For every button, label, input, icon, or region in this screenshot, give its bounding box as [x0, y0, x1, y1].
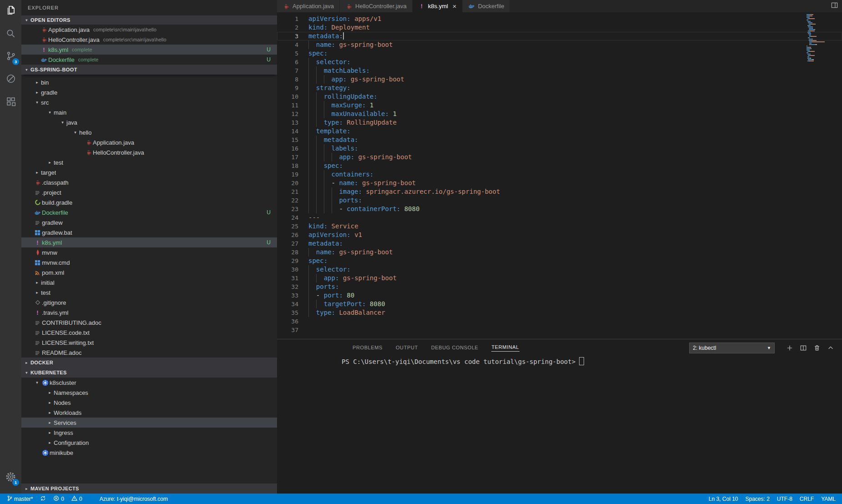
code-line-15[interactable]: 15metadata: — [277, 136, 842, 144]
tree-item-test[interactable]: ▸test — [21, 157, 277, 167]
code-line-30[interactable]: 30selector: — [277, 265, 842, 274]
open-editor-application.java[interactable]: Application.javacomplete\src\main\java\h… — [21, 25, 277, 35]
tab-hellocontroller.java[interactable]: HelloController.java — [340, 0, 413, 12]
tree-item-bin[interactable]: ▸bin — [21, 77, 277, 87]
panel-tab-terminal[interactable]: TERMINAL — [491, 343, 519, 352]
activity-search-button[interactable] — [0, 23, 21, 45]
open-editors-section-header[interactable]: ▾ OPEN EDITORS — [21, 15, 277, 25]
maximize-panel-button[interactable] — [824, 343, 837, 353]
status-sync[interactable] — [36, 494, 50, 504]
tree-item-gradle[interactable]: ▸gradle — [21, 87, 277, 97]
code-line-29[interactable]: 29spec: — [277, 257, 842, 265]
code-line-16[interactable]: 16labels: — [277, 144, 842, 153]
tree-item-.classpath[interactable]: .classpath — [21, 177, 277, 187]
panel-tab-problems[interactable]: PROBLEMS — [352, 343, 383, 352]
tree-item-.gitignore[interactable]: .gitignore — [21, 297, 277, 307]
code-line-19[interactable]: 19containers: — [277, 170, 842, 179]
status-azure-t-yiqi-microsoft.com[interactable]: Azure: t-yiqi@microsoft.com — [96, 494, 171, 504]
tree-item-.travis.yml[interactable]: !.travis.yml — [21, 307, 277, 318]
status-0[interactable]: 0 — [50, 494, 68, 504]
panel-tab-debug-console[interactable]: DEBUG CONSOLE — [431, 343, 479, 352]
code-line-35[interactable]: 35type: LoadBalancer — [277, 308, 842, 317]
tab-application.java[interactable]: Application.java — [277, 0, 340, 12]
code-line-5[interactable]: 5spec: — [277, 49, 842, 58]
code-line-36[interactable]: 36 — [277, 317, 842, 326]
tree-item-configuration[interactable]: ▸Configuration — [21, 438, 277, 448]
code-line-37[interactable]: 37 — [277, 326, 842, 334]
open-editor-k8s.yml[interactable]: !k8s.ymlcompleteU — [21, 45, 277, 55]
code-line-25[interactable]: 25kind: Service — [277, 222, 842, 231]
code-line-8[interactable]: 8app: gs-spring-boot — [277, 75, 842, 84]
section-header-gs-spring-boot[interactable]: ▾GS-SPRING-BOOT — [21, 65, 277, 75]
section-header-kubernetes[interactable]: ▾KUBERNETES — [21, 368, 277, 378]
tree-item-hellocontroller.java[interactable]: HelloController.java — [21, 147, 277, 157]
code-line-22[interactable]: 22ports: — [277, 196, 842, 205]
code-line-26[interactable]: 26apiVersion: v1 — [277, 231, 842, 239]
tree-item-license.writing.txt[interactable]: LICENSE.writing.txt — [21, 338, 277, 348]
terminal[interactable]: PS C:\Users\t-yiqi\Documents\vs code tut… — [277, 357, 842, 365]
code-line-1[interactable]: 1apiVersion: apps/v1 — [277, 15, 842, 23]
open-editor-hellocontroller.java[interactable]: HelloController.javacomplete\src\main\ja… — [21, 35, 277, 45]
code-line-24[interactable]: 24--- — [277, 213, 842, 222]
tree-item-license.code.txt[interactable]: LICENSE.code.txt — [21, 328, 277, 338]
close-tab-icon[interactable]: × — [453, 3, 457, 10]
tree-item-test[interactable]: ▸test — [21, 287, 277, 297]
status-master-[interactable]: master* — [4, 494, 36, 504]
split-editor-icon[interactable] — [831, 2, 838, 10]
code-line-14[interactable]: 14template: — [277, 127, 842, 136]
status-utf-8[interactable]: UTF-8 — [773, 494, 796, 504]
tree-item-mvnw.cmd[interactable]: mvnw.cmd — [21, 257, 277, 267]
tree-item-services[interactable]: ▸Services — [21, 418, 277, 428]
tree-item-namespaces[interactable]: ▸Namespaces — [21, 388, 277, 398]
tree-item-src[interactable]: ▾src — [21, 97, 277, 107]
activity-source-control-button[interactable]: 3 — [0, 45, 21, 68]
code-line-10[interactable]: 10rollingUpdate: — [277, 92, 842, 101]
activity-extensions-button[interactable] — [0, 91, 21, 114]
tree-item-minikube[interactable]: minikube — [21, 448, 277, 458]
tab-dockerfile[interactable]: Dockerfile — [463, 0, 510, 12]
panel-tab-output[interactable]: OUTPUT — [395, 343, 418, 352]
code-line-33[interactable]: 33- port: 80 — [277, 291, 842, 300]
activity-debug-button[interactable] — [0, 68, 21, 91]
tree-item-build.gradle[interactable]: build.gradle — [21, 197, 277, 207]
code-line-3[interactable]: 3metadata: — [277, 32, 842, 40]
activity-files-button[interactable] — [0, 0, 21, 23]
tree-item-pom.xml[interactable]: pom.xml — [21, 267, 277, 277]
maven-projects-section-header[interactable]: ▸ MAVEN PROJECTS — [21, 484, 277, 494]
tree-item-readme.adoc[interactable]: README.adoc — [21, 348, 277, 358]
code-line-11[interactable]: 11maxSurge: 1 — [277, 101, 842, 110]
tree-item-dockerfile[interactable]: DockerfileU — [21, 207, 277, 217]
tree-item-contributing.adoc[interactable]: CONTRIBUTING.adoc — [21, 318, 277, 328]
code-line-23[interactable]: 23- containerPort: 8080 — [277, 205, 842, 213]
tree-item-.project[interactable]: .project — [21, 187, 277, 197]
code-line-34[interactable]: 34targetPort: 8080 — [277, 300, 842, 308]
tree-item-target[interactable]: ▸target — [21, 167, 277, 177]
code-line-9[interactable]: 9strategy: — [277, 84, 842, 92]
tree-item-k8s.yml[interactable]: !k8s.ymlU — [21, 237, 277, 247]
status-ln-3-col-10[interactable]: Ln 3, Col 10 — [705, 494, 742, 504]
code-line-12[interactable]: 12maxUnavailable: 1 — [277, 110, 842, 118]
activity-settings-gear-button[interactable]: 1 — [0, 466, 21, 489]
tree-item-java[interactable]: ▾java — [21, 117, 277, 127]
code-line-32[interactable]: 32ports: — [277, 282, 842, 291]
tree-item-application.java[interactable]: Application.java — [21, 137, 277, 147]
status-yaml[interactable]: YAML — [817, 494, 839, 504]
code-line-21[interactable]: 21image: springacr.azurecr.io/gs-spring-… — [277, 187, 842, 196]
split-terminal-button[interactable] — [797, 343, 810, 353]
tab-k8s.yml[interactable]: !k8s.yml× — [413, 0, 463, 12]
tree-item-initial[interactable]: ▸initial — [21, 277, 277, 287]
code-line-7[interactable]: 7matchLabels: — [277, 66, 842, 75]
code-line-27[interactable]: 27metadata: — [277, 239, 842, 248]
code-line-18[interactable]: 18spec: — [277, 161, 842, 170]
tree-item-ingress[interactable]: ▸Ingress — [21, 428, 277, 438]
open-editor-dockerfile[interactable]: DockerfilecompleteU — [21, 55, 277, 65]
minimap[interactable] — [807, 14, 837, 65]
tree-item-mvnw[interactable]: mvnw — [21, 247, 277, 257]
tree-item-gradlew[interactable]: gradlew — [21, 217, 277, 227]
code-line-6[interactable]: 6selector: — [277, 58, 842, 66]
tree-item-nodes[interactable]: ▸Nodes — [21, 398, 277, 408]
code-line-13[interactable]: 13type: RollingUpdate — [277, 118, 842, 127]
kill-terminal-button[interactable] — [810, 343, 824, 353]
code-line-17[interactable]: 17app: gs-spring-boot — [277, 153, 842, 161]
tree-item-k8scluster[interactable]: ▾k8scluster — [21, 378, 277, 388]
